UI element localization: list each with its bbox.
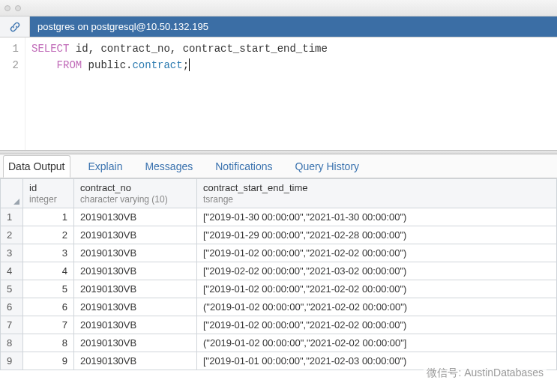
row-number[interactable]: 5 bbox=[1, 280, 23, 298]
cell-id[interactable]: 8 bbox=[23, 334, 74, 352]
column-type: integer bbox=[29, 194, 67, 205]
table-row[interactable]: 7720190130VB["2019-01-02 00:00:00","2021… bbox=[1, 316, 557, 334]
connection-bar: postgres on postgresql@10.50.132.195 bbox=[0, 16, 557, 37]
cell-contract-no[interactable]: 20190130VB bbox=[74, 298, 197, 316]
column-header-id[interactable]: id integer bbox=[23, 179, 74, 208]
column-name: contract_no bbox=[80, 182, 131, 193]
cell-contract-no[interactable]: 20190130VB bbox=[74, 334, 197, 352]
cell-contract-no[interactable]: 20190130VB bbox=[74, 244, 197, 262]
tab-explain[interactable]: Explain bbox=[84, 156, 127, 177]
table-row[interactable]: 8820190130VB("2019-01-02 00:00:00","2021… bbox=[1, 334, 557, 352]
tab-notifications[interactable]: Notifications bbox=[211, 156, 277, 177]
tab-data-output[interactable]: Data Output bbox=[3, 155, 70, 178]
tab-messages[interactable]: Messages bbox=[140, 156, 197, 177]
cell-contract-no[interactable]: 20190130VB bbox=[74, 352, 197, 370]
column-type: tsrange bbox=[203, 194, 550, 205]
column-header-range[interactable]: contract_start_end_time tsrange bbox=[197, 179, 557, 208]
connection-label[interactable]: postgres on postgresql@10.50.132.195 bbox=[30, 16, 557, 37]
table-row[interactable]: 5520190130VB["2019-01-02 00:00:00","2021… bbox=[1, 280, 557, 298]
sql-table: contract bbox=[132, 59, 182, 71]
text-caret bbox=[189, 58, 190, 71]
sql-columns: id, contract_no, contract_start_end_time bbox=[69, 43, 327, 55]
cell-id[interactable]: 7 bbox=[23, 316, 74, 334]
line-gutter: 1 2 bbox=[0, 37, 25, 150]
result-tabs: Data Output Explain Messages Notificatio… bbox=[0, 154, 557, 178]
cell-contract-no[interactable]: 20190130VB bbox=[74, 262, 197, 280]
result-grid[interactable]: id integer contract_no character varying… bbox=[0, 178, 557, 370]
cell-id[interactable]: 1 bbox=[23, 208, 74, 226]
cell-id[interactable]: 5 bbox=[23, 280, 74, 298]
cell-range[interactable]: ["2019-01-30 00:00:00","2021-01-30 00:00… bbox=[197, 208, 557, 226]
cell-id[interactable]: 9 bbox=[23, 352, 74, 370]
cell-id[interactable]: 6 bbox=[23, 298, 74, 316]
grid-body: 1120190130VB["2019-01-30 00:00:00","2021… bbox=[1, 208, 557, 370]
cell-id[interactable]: 4 bbox=[23, 262, 74, 280]
sql-keyword: FROM bbox=[57, 59, 82, 71]
cell-range[interactable]: ["2019-01-02 00:00:00","2021-02-02 00:00… bbox=[197, 316, 557, 334]
cell-id[interactable]: 3 bbox=[23, 244, 74, 262]
sql-keyword: SELECT bbox=[31, 43, 69, 55]
table-row[interactable]: 6620190130VB("2019-01-02 00:00:00","2021… bbox=[1, 298, 557, 316]
cell-contract-no[interactable]: 20190130VB bbox=[74, 280, 197, 298]
cell-range[interactable]: ("2019-01-02 00:00:00","2021-02-02 00:00… bbox=[197, 334, 557, 352]
cell-range[interactable]: ("2019-01-02 00:00:00","2021-02-02 00:00… bbox=[197, 298, 557, 316]
row-number[interactable]: 8 bbox=[1, 334, 23, 352]
sql-editor[interactable]: 1 2 SELECT id, contract_no, contract_sta… bbox=[0, 37, 557, 150]
window-decoration bbox=[0, 0, 557, 16]
sql-schema: public. bbox=[82, 59, 132, 71]
row-number[interactable]: 2 bbox=[1, 226, 23, 244]
cell-contract-no[interactable]: 20190130VB bbox=[74, 226, 197, 244]
cell-range[interactable]: ["2019-01-02 00:00:00","2021-02-02 00:00… bbox=[197, 280, 557, 298]
connection-icon[interactable] bbox=[0, 16, 30, 37]
table-row[interactable]: 1120190130VB["2019-01-30 00:00:00","2021… bbox=[1, 208, 557, 226]
row-number[interactable]: 7 bbox=[1, 316, 23, 334]
tab-query-history[interactable]: Query History bbox=[291, 156, 364, 177]
row-number[interactable]: 6 bbox=[1, 298, 23, 316]
cell-range[interactable]: ["2019-01-29 00:00:00","2021-02-28 00:00… bbox=[197, 226, 557, 244]
column-type: character varying (10) bbox=[80, 194, 190, 205]
table-row[interactable]: 4420190130VB["2019-02-02 00:00:00","2021… bbox=[1, 262, 557, 280]
row-number[interactable]: 9 bbox=[1, 352, 23, 370]
line-number: 1 bbox=[0, 40, 19, 57]
cell-range[interactable]: ["2019-01-02 00:00:00","2021-02-02 00:00… bbox=[197, 244, 557, 262]
column-header-contract-no[interactable]: contract_no character varying (10) bbox=[74, 179, 197, 208]
code-area[interactable]: SELECT id, contract_no, contract_start_e… bbox=[25, 37, 557, 150]
table-row[interactable]: 2220190130VB["2019-01-29 00:00:00","2021… bbox=[1, 226, 557, 244]
row-number[interactable]: 4 bbox=[1, 262, 23, 280]
cell-range[interactable]: ["2019-02-02 00:00:00","2021-03-02 00:00… bbox=[197, 262, 557, 280]
select-all-corner[interactable] bbox=[1, 179, 23, 208]
row-number[interactable]: 1 bbox=[1, 208, 23, 226]
column-name: id bbox=[29, 182, 37, 193]
table-row[interactable]: 3320190130VB["2019-01-02 00:00:00","2021… bbox=[1, 244, 557, 262]
column-name: contract_start_end_time bbox=[203, 182, 307, 193]
watermark-text: 微信号: AustinDatabases bbox=[424, 365, 547, 382]
sql-semicolon: ; bbox=[183, 59, 189, 71]
cell-id[interactable]: 2 bbox=[23, 226, 74, 244]
cell-contract-no[interactable]: 20190130VB bbox=[74, 316, 197, 334]
line-number: 2 bbox=[0, 57, 19, 73]
cell-contract-no[interactable]: 20190130VB bbox=[74, 208, 197, 226]
row-number[interactable]: 3 bbox=[1, 244, 23, 262]
